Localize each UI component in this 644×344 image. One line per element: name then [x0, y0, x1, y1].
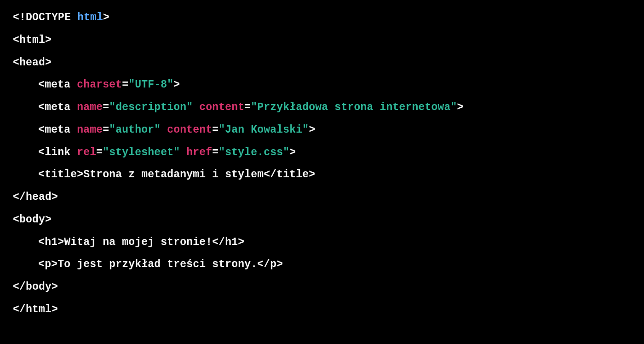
- tag-head-close: </head>: [13, 191, 58, 203]
- doctype-keyword: html: [77, 12, 103, 23]
- tag-meta: <meta: [38, 124, 77, 136]
- attr-value: "Przykładowa strona internetowa": [251, 101, 457, 113]
- code-line: <body>: [13, 214, 52, 226]
- attr-content: content: [167, 124, 212, 136]
- attr-value: "UTF-8": [128, 79, 173, 91]
- doctype-open: <!DOCTYPE: [13, 12, 77, 23]
- tag-h1: <h1>Witaj na mojej stronie!</h1>: [38, 236, 244, 248]
- attr-rel: rel: [77, 146, 96, 158]
- code-line: <h1>Witaj na mojej stronie!</h1>: [13, 236, 244, 248]
- code-line: <!DOCTYPE html>: [13, 12, 109, 23]
- attr-name: name: [77, 124, 103, 136]
- tag-body-open: <body>: [13, 214, 52, 226]
- attr-value: "Jan Kowalski": [218, 124, 309, 136]
- tag-html-close: </html>: [13, 303, 58, 315]
- attr-value: "stylesheet": [103, 146, 180, 158]
- attr-value: "description": [109, 101, 193, 113]
- attr-name: name: [77, 101, 103, 113]
- code-line: <link rel="stylesheet" href="style.css">: [13, 146, 296, 158]
- tag-meta: <meta: [38, 101, 77, 113]
- tag-html-open: <html>: [13, 34, 52, 46]
- attr-value: "style.css": [218, 146, 289, 158]
- code-line: </head>: [13, 191, 58, 203]
- code-line: <meta charset="UTF-8">: [13, 79, 180, 91]
- code-line: <p>To jest przykład treści strony.</p>: [13, 258, 283, 270]
- attr-content: content: [199, 101, 244, 113]
- code-line: <html>: [13, 34, 52, 46]
- code-line: </html>: [13, 303, 58, 315]
- code-line: <head>: [13, 57, 52, 69]
- code-block: <!DOCTYPE html> <html> <head> <meta char…: [0, 0, 644, 327]
- code-line: </body>: [13, 281, 58, 293]
- code-line: <meta name="description" content="Przykł…: [13, 101, 463, 113]
- tag-link: <link: [38, 146, 77, 158]
- tag-body-close: </body>: [13, 281, 58, 293]
- attr-value: "author": [109, 124, 161, 136]
- code-line: <meta name="author" content="Jan Kowalsk…: [13, 124, 315, 136]
- attr-href: href: [186, 146, 212, 158]
- doctype-close: >: [103, 12, 109, 23]
- code-line: <title>Strona z metadanymi i stylem</tit…: [13, 169, 315, 181]
- tag-head-open: <head>: [13, 57, 52, 69]
- tag-meta: <meta: [38, 79, 77, 91]
- tag-title: <title>Strona z metadanymi i stylem</tit…: [38, 169, 315, 181]
- attr-charset: charset: [77, 79, 122, 91]
- tag-p: <p>To jest przykład treści strony.</p>: [38, 258, 283, 270]
